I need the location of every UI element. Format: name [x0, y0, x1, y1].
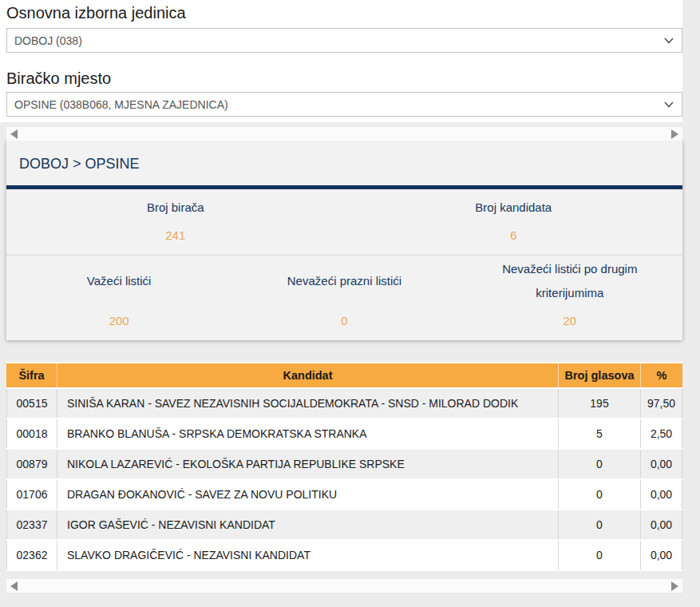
cell-sifra: 00515 [6, 389, 57, 418]
stat-label: Broj birača [6, 199, 345, 215]
stat-nevazeci-prazni: Nevažeći prazni listići 0 [231, 256, 457, 329]
scroll-right-arrow-icon[interactable] [671, 129, 678, 139]
cell-percent: 0,00 [641, 480, 682, 509]
table-row: 02337IGOR GAŠEVIĆ - NEZAVISNI KANDIDAT00… [6, 510, 682, 539]
stat-label: Nevažeći prazni listići [259, 256, 430, 307]
horizontal-scrollbar-bottom[interactable] [6, 579, 682, 593]
cell-sifra: 01706 [6, 480, 57, 509]
cell-percent: 0,00 [641, 510, 682, 539]
constituency-label: Osnovna izborna jedinica [6, 4, 676, 22]
cell-kandidat: BRANKO BLANUŠA - SRPSKA DEMOKRATSKA STRA… [57, 419, 559, 448]
table-row: 01706DRAGAN ĐOKANOVIĆ - SAVEZ ZA NOVU PO… [6, 480, 682, 509]
polling-station-label: Biračko mjesto [6, 69, 676, 88]
stat-label: Nevažeći listići po drugim kriterijumima [484, 256, 655, 307]
column-header-kandidat: Kandidat [57, 363, 559, 387]
cell-votes: 0 [559, 510, 641, 539]
stat-broj-biraca: Broj birača 241 [6, 199, 345, 244]
stat-value: 0 [231, 313, 457, 329]
cell-kandidat: IGOR GAŠEVIĆ - NEZAVISNI KANDIDAT [57, 510, 559, 539]
results-table-body: 00515SINIŠA KARAN - SAVEZ NEZAVISNIH SOC… [6, 389, 682, 569]
cell-kandidat: DRAGAN ĐOKANOVIĆ - SAVEZ ZA NOVU POLITIK… [57, 480, 559, 509]
stat-vazeci-listici: Važeći listići 200 [6, 256, 231, 329]
stat-label: Važeći listići [34, 256, 205, 307]
filter-form: Osnovna izborna jedinica DOBOJ (038) Bir… [0, 0, 682, 122]
cell-votes: 0 [559, 450, 641, 478]
cell-sifra: 02337 [6, 510, 57, 539]
polling-station-select[interactable]: OPSINE (038B068, MJESNA ZAJEDNICA) [6, 92, 682, 117]
cell-votes: 0 [559, 541, 641, 569]
breadcrumb: DOBOJ > OPSINE [6, 141, 682, 185]
cell-votes: 195 [559, 389, 641, 418]
stat-label: Broj kandidata [345, 199, 683, 215]
table-header-row: Šifra Kandidat Broj glasova % [6, 363, 682, 387]
cell-sifra: 00879 [6, 450, 57, 478]
stat-broj-kandidata: Broj kandidata 6 [345, 199, 683, 244]
cell-votes: 0 [559, 480, 641, 509]
constituency-select-wrap: DOBOJ (038) [6, 28, 682, 53]
horizontal-scrollbar-top[interactable] [6, 127, 682, 141]
results-table: Šifra Kandidat Broj glasova % 00515SINIŠ… [6, 362, 682, 571]
column-header-broj-glasova: Broj glasova [559, 363, 641, 387]
stats-row-2: Važeći listići 200 Nevažeći prazni listi… [6, 256, 682, 340]
cell-percent: 0,00 [641, 450, 682, 478]
table-row: 00018BRANKO BLANUŠA - SRPSKA DEMOKRATSKA… [6, 419, 682, 448]
stat-nevazeci-drugi: Nevažeći listići po drugim kriterijumima… [457, 256, 682, 329]
stat-value: 241 [6, 228, 345, 244]
column-header-percent: % [641, 363, 682, 387]
stats-row-1: Broj birača 241 Broj kandidata 6 [6, 189, 682, 256]
cell-kandidat: NIKOLA LAZAREVIĆ - EKOLOŠKA PARTIJA REPU… [57, 450, 559, 478]
table-row: 00879NIKOLA LAZAREVIĆ - EKOLOŠKA PARTIJA… [6, 450, 682, 478]
cell-kandidat: SINIŠA KARAN - SAVEZ NEZAVISNIH SOCIJALD… [57, 389, 559, 418]
stat-value: 200 [6, 313, 231, 329]
table-row: 02362SLAVKO DRAGIČEVIĆ - NEZAVISNI KANDI… [6, 541, 682, 569]
stat-value: 20 [457, 313, 682, 329]
column-header-sifra: Šifra [6, 363, 57, 387]
cell-percent: 97,50 [641, 389, 682, 418]
constituency-select[interactable]: DOBOJ (038) [6, 28, 682, 53]
results-summary-panel: DOBOJ > OPSINE Broj birača 241 Broj kand… [6, 141, 682, 340]
cell-sifra: 02362 [6, 541, 57, 569]
scroll-left-arrow-icon[interactable] [10, 581, 18, 591]
polling-station-select-wrap: OPSINE (038B068, MJESNA ZAJEDNICA) [6, 92, 682, 117]
cell-sifra: 00018 [6, 419, 57, 448]
cell-percent: 0,00 [641, 541, 682, 569]
scroll-left-arrow-icon[interactable] [10, 129, 18, 139]
cell-percent: 2,50 [641, 419, 682, 448]
cell-kandidat: SLAVKO DRAGIČEVIĆ - NEZAVISNI KANDIDAT [57, 541, 559, 569]
stat-value: 6 [345, 228, 683, 244]
scroll-right-arrow-icon[interactable] [671, 581, 678, 591]
cell-votes: 5 [559, 419, 641, 448]
table-row: 00515SINIŠA KARAN - SAVEZ NEZAVISNIH SOC… [6, 389, 682, 418]
